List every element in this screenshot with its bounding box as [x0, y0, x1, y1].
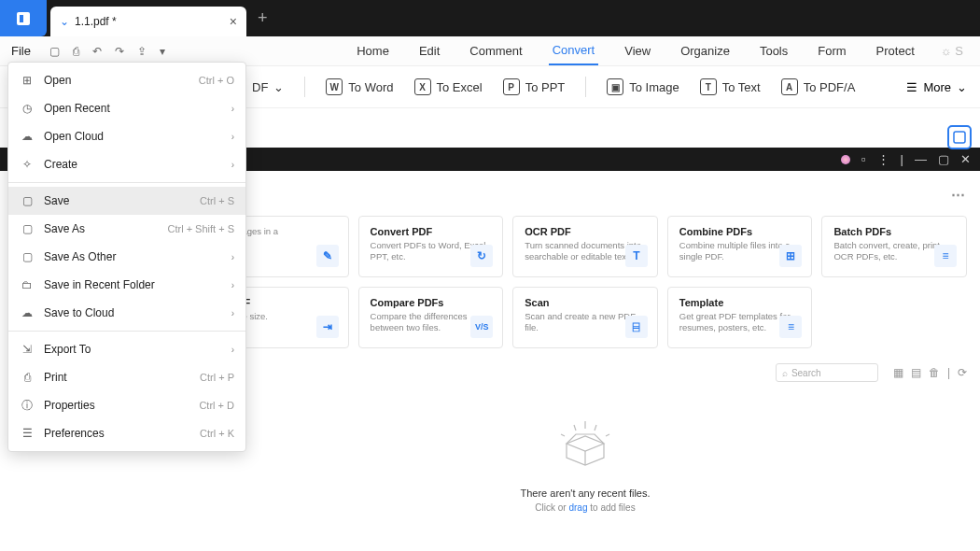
minimize-button[interactable]: — — [915, 152, 927, 166]
card-batch[interactable]: Batch PDFs Batch convert, create, print,… — [821, 216, 967, 277]
maximize-button[interactable]: ▢ — [938, 152, 949, 166]
chevron-right-icon: › — [231, 160, 234, 170]
card-template[interactable]: Template Get great PDF templates for res… — [667, 287, 813, 348]
print-icon: ⎙ — [20, 370, 35, 385]
more-options[interactable]: ⋯ — [951, 186, 967, 203]
tab-convert[interactable]: Convert — [549, 36, 599, 65]
close-button[interactable]: ✕ — [960, 152, 971, 166]
menu-item-save-to-cloud[interactable]: ☁Save to Cloud› — [8, 299, 245, 327]
tab-view[interactable]: View — [621, 36, 654, 65]
more-icon[interactable]: ⋮ — [877, 152, 889, 166]
print-icon[interactable]: ⎙ — [73, 45, 79, 58]
floating-widget[interactable] — [947, 125, 972, 149]
menu-separator — [8, 182, 245, 183]
separator: | — [947, 366, 950, 379]
list-view-icon[interactable]: ▤ — [911, 366, 921, 379]
drag-link[interactable]: drag — [568, 502, 587, 513]
svg-line-6 — [561, 434, 565, 436]
menu-item-label: Save to Cloud — [44, 306, 222, 319]
menu-item-preferences[interactable]: ☰PreferencesCtrl + K — [8, 419, 245, 447]
svg-line-4 — [574, 425, 576, 431]
tab-edit[interactable]: Edit — [415, 36, 443, 65]
redo-icon[interactable]: ↷ — [115, 45, 124, 58]
clock-icon: ◷ — [20, 101, 35, 116]
ribbon-to-image[interactable]: ▣To Image — [607, 78, 679, 95]
compare-icon: V/S — [470, 316, 493, 338]
menu-shortcut: Ctrl + D — [199, 400, 234, 411]
menu-item-save-as-other[interactable]: ▢Save As Other› — [8, 243, 245, 271]
file-menu-button[interactable]: File — [0, 44, 42, 58]
cloud-icon: ☁ — [20, 129, 35, 144]
card-combine[interactable]: Combine PDFs Combine multiple files into… — [667, 216, 813, 277]
main-tabs: Home Edit Comment Convert View Organize … — [353, 36, 980, 65]
bulb-icon[interactable]: ☼ S — [941, 44, 963, 58]
save-icon[interactable]: ▢ — [49, 45, 60, 58]
menu-shortcut: Ctrl + Shift + S — [167, 223, 234, 234]
combine-icon: ⊞ — [779, 245, 802, 267]
ribbon-to-word[interactable]: WTo Word — [326, 78, 393, 95]
refresh-icon[interactable]: ⟳ — [958, 366, 967, 379]
svg-rect-2 — [954, 132, 965, 143]
menu-item-label: Create — [44, 158, 222, 171]
search-input[interactable]: ⌕ Search — [776, 363, 878, 382]
ribbon-to-pdfa[interactable]: ATo PDF/A — [781, 78, 856, 95]
menu-item-create[interactable]: ✧Create› — [8, 150, 245, 178]
edit-icon: ✎ — [316, 245, 339, 267]
tab-home[interactable]: Home — [353, 36, 393, 65]
menu-item-export-to[interactable]: ⇲Export To› — [8, 335, 245, 363]
ribbon-from-pdf[interactable]: DF⌄ — [252, 80, 284, 94]
menu-icon: ☰ — [906, 80, 917, 94]
folder-icon: 🗀 — [20, 277, 35, 292]
tab-protect[interactable]: Protect — [873, 36, 918, 65]
avatar[interactable] — [841, 155, 850, 164]
ribbon-to-text[interactable]: TTo Text — [700, 78, 761, 95]
empty-text: There aren't any recent files. — [203, 487, 967, 499]
card-convert[interactable]: Convert PDF Convert PDFs to Word, Excel,… — [358, 216, 504, 277]
tab-title: 1.1.pdf * — [75, 15, 117, 28]
tab-close-button[interactable]: × — [230, 14, 237, 29]
card-ocr[interactable]: OCR PDF Turn scanned documents into sear… — [512, 216, 658, 277]
layout-icon[interactable]: ▫ — [861, 152, 866, 166]
menu-item-properties[interactable]: ⓘPropertiesCtrl + D — [8, 391, 245, 419]
tab-organize[interactable]: Organize — [677, 36, 734, 65]
ribbon-to-ppt[interactable]: PTo PPT — [503, 78, 566, 95]
ribbon-more[interactable]: ☰More⌄ — [906, 80, 967, 94]
undo-icon[interactable]: ↶ — [92, 45, 102, 58]
menu-item-save-as[interactable]: ▢Save AsCtrl + Shift + S — [8, 215, 245, 243]
sliders-icon: ☰ — [20, 426, 35, 441]
save-icon: ▢ — [20, 221, 35, 236]
tab-form[interactable]: Form — [814, 36, 849, 65]
dropdown-icon[interactable]: ▾ — [160, 45, 165, 58]
batch-icon: ≡ — [934, 245, 957, 267]
menu-item-open-cloud[interactable]: ☁Open Cloud› — [8, 122, 245, 150]
app-logo[interactable] — [0, 0, 47, 36]
add-tab-button[interactable]: + — [258, 8, 268, 28]
ppt-icon: P — [503, 78, 520, 95]
svg-line-7 — [606, 434, 609, 436]
ribbon-to-excel[interactable]: XTo Excel — [414, 78, 483, 95]
grid-view-icon[interactable]: ▦ — [893, 366, 903, 379]
menu-item-print[interactable]: ⎙PrintCtrl + P — [8, 363, 245, 391]
menu-item-open[interactable]: ⊞OpenCtrl + O — [8, 66, 245, 94]
file-menu-dropdown: ⊞OpenCtrl + O◷Open Recent›☁Open Cloud›✧C… — [7, 62, 246, 452]
card-scan[interactable]: Scan Scan and create a new PDF file. ⌸ — [512, 287, 658, 348]
document-tab[interactable]: ⌄ 1.1.pdf * × — [50, 7, 246, 36]
menu-separator — [8, 331, 245, 332]
save-icon: ▢ — [20, 249, 35, 264]
menu-item-label: Export To — [44, 343, 222, 356]
menu-item-save-in-recent-folder[interactable]: 🗀Save in Recent Folder› — [8, 271, 245, 299]
card-compare[interactable]: Compare PDFs Compare the differences bet… — [358, 287, 504, 348]
chevron-down-icon: ⌄ — [60, 15, 69, 28]
menu-item-label: Properties — [44, 399, 189, 412]
menu-item-save[interactable]: ▢SaveCtrl + S — [8, 187, 245, 215]
share-icon[interactable]: ⇪ — [137, 45, 147, 58]
scan-icon: ⌸ — [625, 316, 648, 338]
menu-item-open-recent[interactable]: ◷Open Recent› — [8, 94, 245, 122]
chevron-right-icon: › — [231, 104, 234, 114]
tab-tools[interactable]: Tools — [756, 36, 791, 65]
tab-comment[interactable]: Comment — [466, 36, 525, 65]
trash-icon[interactable]: 🗑 — [929, 366, 940, 379]
cloud-up-icon: ☁ — [20, 305, 35, 320]
logo-icon — [15, 10, 32, 27]
menu-shortcut: Ctrl + K — [200, 428, 234, 439]
